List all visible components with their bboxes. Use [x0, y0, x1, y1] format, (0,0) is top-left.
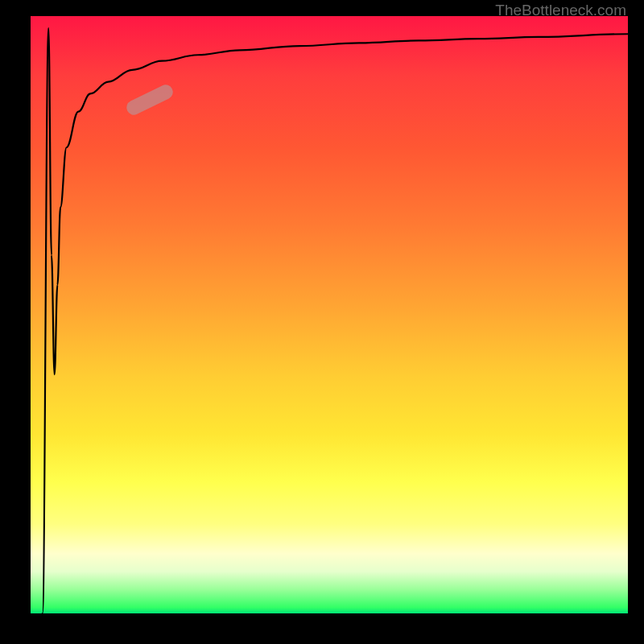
chart-frame-right: [628, 0, 644, 644]
chart-frame-left: [0, 0, 31, 644]
watermark-text: TheBottleneck.com: [495, 2, 626, 19]
chart-plot-area: [31, 16, 628, 613]
bottleneck-curve: [31, 16, 628, 613]
chart-frame-bottom: [0, 613, 644, 644]
